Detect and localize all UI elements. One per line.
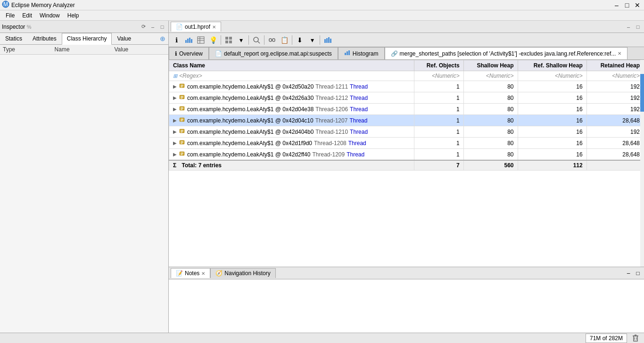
toolbar-histogram-btn[interactable] bbox=[183, 34, 194, 46]
table-row: ▶ com.example.hcydemo.LeakAty$1 @ 0x42d5… bbox=[169, 81, 644, 92]
svg-rect-40 bbox=[181, 120, 183, 120]
svg-rect-52 bbox=[181, 154, 183, 154]
row-1-shallowHeap: 80 bbox=[463, 92, 518, 104]
svg-rect-33 bbox=[181, 98, 182, 98]
gc-button[interactable] bbox=[631, 334, 640, 343]
tab-default-report[interactable]: 📄 default_report org.eclipse.mat.api:sus… bbox=[209, 47, 338, 59]
tab-overview[interactable]: ℹ Overview bbox=[169, 47, 209, 59]
bottom-content-area bbox=[169, 279, 644, 333]
tab-merge-shortest-paths[interactable]: 🔗 merge_shortest_paths [selection of 'Ac… bbox=[385, 47, 628, 59]
minimize-button[interactable]: – bbox=[612, 0, 621, 10]
tab-attributes[interactable]: Attributes bbox=[27, 33, 62, 44]
toolbar-dropdown2-btn[interactable]: ▾ bbox=[306, 34, 318, 46]
class-icon-5 bbox=[179, 139, 185, 147]
toolbar-hint-btn[interactable]: 💡 bbox=[207, 34, 219, 46]
row-6-refObjects: 1 bbox=[414, 149, 463, 161]
file-tab-out1[interactable]: 📄 out1.hprof ✕ bbox=[171, 22, 221, 32]
tab-class-hierarchy[interactable]: Class Hierarchy bbox=[62, 33, 112, 45]
thread-link-5[interactable]: Thread bbox=[348, 140, 366, 147]
thread-label-2: Thread-1206 bbox=[315, 106, 348, 113]
file-tab-close[interactable]: ✕ bbox=[212, 24, 216, 30]
add-tab-button[interactable]: ⊕ bbox=[157, 33, 168, 44]
svg-rect-31 bbox=[181, 96, 183, 97]
regex-icon: ⊞ bbox=[173, 73, 177, 79]
toolbar-export-btn[interactable]: ⬇ bbox=[294, 34, 305, 46]
bottom-minimize-btn[interactable]: – bbox=[624, 269, 633, 278]
merge-tab-close[interactable]: ✕ bbox=[618, 51, 621, 56]
inspector-header: Inspector % ⟳ – □ bbox=[0, 21, 168, 33]
toolbar-search-btn[interactable] bbox=[251, 34, 262, 46]
toolbar-link-btn[interactable] bbox=[266, 34, 278, 46]
toolbar-info-btn[interactable]: ℹ bbox=[171, 34, 182, 46]
svg-rect-53 bbox=[181, 155, 182, 155]
row-1-retainedHeap: 192 bbox=[586, 92, 644, 104]
main-table-area: Class Name Ref. Objects Shallow Heap Ref… bbox=[169, 60, 644, 267]
menu-file[interactable]: File bbox=[2, 11, 18, 20]
row-expand-5[interactable]: ▶ bbox=[173, 140, 177, 146]
tab-value[interactable]: Value bbox=[112, 33, 136, 44]
row-0-refObjects: 1 bbox=[414, 81, 463, 92]
thread-link-2[interactable]: Thread bbox=[350, 106, 368, 113]
row-2-refShallowHeap: 16 bbox=[518, 104, 586, 115]
bottom-maximize-btn[interactable]: □ bbox=[634, 269, 642, 278]
tab-nav-history[interactable]: 🧭 Navigation History bbox=[210, 268, 275, 278]
bottom-tab-bar: 📝 Notes ✕ 🧭 Navigation History – □ bbox=[169, 267, 644, 279]
row-1-refShallowHeap: 16 bbox=[518, 92, 586, 104]
scrollbar-track[interactable] bbox=[640, 60, 644, 267]
menu-help[interactable]: Help bbox=[64, 11, 83, 20]
file-tab-maximize[interactable]: □ bbox=[634, 23, 642, 31]
title-bar: M Eclipse Memory Analyzer – □ ✕ bbox=[0, 0, 644, 10]
status-bar: 71M of 282M bbox=[0, 333, 644, 343]
svg-rect-16 bbox=[269, 39, 272, 41]
thread-link-6[interactable]: Thread bbox=[347, 151, 364, 158]
toolbar-table-btn[interactable] bbox=[195, 34, 206, 46]
nav-history-tab-label: Navigation History bbox=[224, 270, 270, 277]
inspector-panel: Inspector % ⟳ – □ Statics Attributes Cla… bbox=[0, 21, 169, 333]
close-button[interactable]: ✕ bbox=[633, 0, 642, 10]
svg-rect-12 bbox=[225, 41, 228, 43]
row-expand-2[interactable]: ▶ bbox=[173, 106, 177, 112]
tab-notes[interactable]: 📝 Notes ✕ bbox=[171, 268, 210, 278]
main-table: Class Name Ref. Objects Shallow Heap Ref… bbox=[169, 60, 644, 171]
toolbar-dropdown-btn[interactable]: ▾ bbox=[235, 34, 247, 46]
svg-rect-4 bbox=[189, 38, 190, 43]
svg-point-14 bbox=[254, 37, 258, 42]
inspector-maximize-button[interactable]: □ bbox=[158, 23, 166, 31]
thread-link-0[interactable]: Thread bbox=[350, 83, 368, 90]
file-tab-minimize[interactable]: – bbox=[624, 23, 633, 31]
tab-statics[interactable]: Statics bbox=[0, 33, 27, 44]
inspector-minimize-button[interactable]: – bbox=[149, 23, 157, 31]
regex-shallow-heap: <Numeric> bbox=[463, 71, 518, 81]
toolbar-expand-btn[interactable] bbox=[223, 34, 234, 46]
row-expand-6[interactable]: ▶ bbox=[173, 152, 177, 157]
col-shallow-heap: Shallow Heap bbox=[463, 60, 518, 71]
thread-link-3[interactable]: Thread bbox=[349, 117, 367, 124]
file-tab-buttons: – □ bbox=[624, 23, 642, 31]
menu-window[interactable]: Window bbox=[36, 11, 64, 20]
total-cell-0: 7 bbox=[414, 160, 463, 171]
toolbar-copy-btn[interactable]: 📋 bbox=[279, 34, 290, 46]
row-expand-0[interactable]: ▶ bbox=[173, 84, 177, 89]
thread-link-1[interactable]: Thread bbox=[350, 95, 368, 101]
table-row: ▶ com.example.hcydemo.LeakAty$1 @ 0x42d0… bbox=[169, 115, 644, 126]
svg-rect-19 bbox=[324, 39, 326, 43]
bottom-panels: 📝 Notes ✕ 🧭 Navigation History – □ bbox=[169, 267, 644, 333]
thread-link-4[interactable]: Thread bbox=[350, 129, 368, 135]
row-expand-4[interactable]: ▶ bbox=[173, 129, 177, 134]
row-expand-3[interactable]: ▶ bbox=[173, 118, 177, 123]
row-expand-1[interactable]: ▶ bbox=[173, 95, 177, 100]
svg-rect-13 bbox=[229, 41, 232, 43]
toolbar-sep-4 bbox=[292, 35, 292, 45]
tab-histogram[interactable]: Histogram bbox=[338, 47, 385, 59]
maximize-button[interactable]: □ bbox=[622, 0, 632, 10]
class-icon-1 bbox=[179, 94, 185, 102]
scrollbar-thumb[interactable] bbox=[640, 74, 644, 112]
menu-edit[interactable]: Edit bbox=[18, 11, 36, 20]
toolbar-sep-5 bbox=[320, 35, 320, 45]
total-cell-3 bbox=[586, 160, 644, 171]
notes-tab-close[interactable]: ✕ bbox=[201, 271, 205, 276]
inspector-sync-button[interactable]: ⟳ bbox=[139, 23, 148, 31]
toolbar-chart-btn[interactable] bbox=[322, 34, 333, 46]
row-6-shallowHeap: 80 bbox=[463, 149, 518, 161]
regex-ref-objects: <Numeric> bbox=[414, 71, 463, 81]
